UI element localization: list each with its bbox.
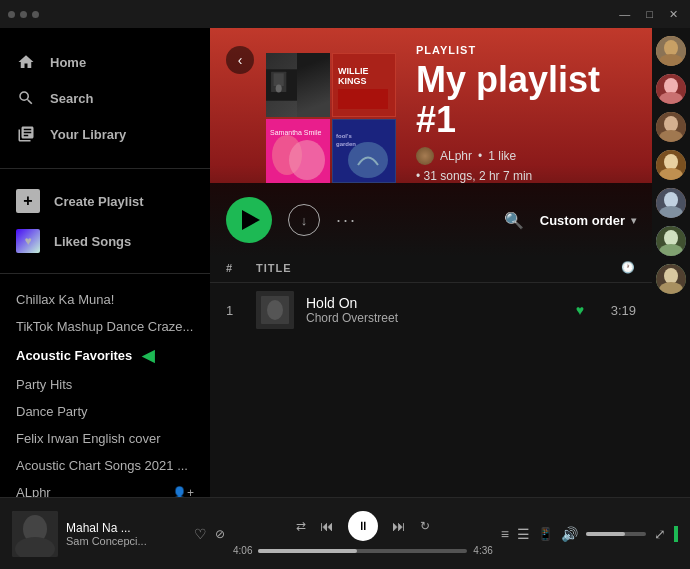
sidebar-playlist-tiktok[interactable]: TikTok Mashup Dance Craze... bbox=[0, 313, 210, 340]
next-button[interactable]: ⏭ bbox=[392, 518, 406, 534]
now-playing-artist: Sam Concepci... bbox=[66, 535, 186, 547]
sidebar-playlist-acoustic-chart[interactable]: Acoustic Chart Songs 2021 ... bbox=[0, 452, 210, 479]
time-elapsed: 4:06 bbox=[233, 545, 252, 556]
svg-point-21 bbox=[664, 40, 678, 56]
previous-button[interactable]: ⏮ bbox=[320, 518, 334, 534]
sidebar-divider-2 bbox=[0, 273, 210, 274]
sidebar-playlist-chillax[interactable]: Chillax Ka Muna! bbox=[0, 286, 210, 313]
now-playing-art-inner bbox=[12, 511, 58, 557]
svg-rect-2 bbox=[274, 74, 284, 87]
playlist-label-tiktok: TikTok Mashup Dance Craze... bbox=[16, 319, 193, 334]
user-avatar-6[interactable] bbox=[656, 226, 686, 256]
playlist-label-alphr: ALphr bbox=[16, 485, 51, 497]
table-row[interactable]: 1 Hold On Chord Overstreet ♥ 3:19 bbox=[210, 283, 652, 337]
playlist-title-line2: #1 bbox=[416, 99, 456, 140]
sidebar-item-label-home: Home bbox=[50, 55, 86, 70]
sidebar-playlist-acoustic[interactable]: Acoustic Favorites ◀ bbox=[0, 340, 210, 371]
art-cell-1 bbox=[266, 53, 330, 117]
sidebar-item-library[interactable]: Your Library bbox=[0, 116, 210, 152]
progress-bar-fill bbox=[258, 549, 356, 553]
svg-point-33 bbox=[664, 192, 678, 208]
custom-order-button[interactable]: Custom order ▾ bbox=[540, 213, 636, 228]
svg-text:fool's: fool's bbox=[336, 133, 352, 139]
create-playlist-label: Create Playlist bbox=[54, 194, 144, 209]
now-playing-right-controls: ≡ ☰ 📱 🔊 ⤢ bbox=[501, 526, 666, 542]
sidebar-divider bbox=[0, 168, 210, 169]
search-tracks-button[interactable]: 🔍 bbox=[504, 211, 524, 230]
track-list-header: # TITLE 🕐 bbox=[210, 257, 652, 283]
playlist-stats-text: 31 songs, 2 hr 7 min bbox=[424, 169, 533, 183]
back-button[interactable]: ‹ bbox=[226, 46, 254, 74]
playlist-label-dance: Dance Party bbox=[16, 404, 88, 419]
like-track-button[interactable]: ♡ bbox=[194, 526, 207, 542]
track-artist: Chord Overstreet bbox=[306, 311, 576, 325]
playlist-text-info: PLAYLIST My playlist #1 ALphr • 1 like bbox=[416, 44, 600, 183]
user-avatar-7[interactable] bbox=[656, 264, 686, 294]
sidebar-item-label-library: Your Library bbox=[50, 127, 126, 142]
progress-bar-area: 4:06 4:36 bbox=[233, 545, 493, 556]
queue-button[interactable]: ☰ bbox=[517, 526, 530, 542]
bullet: • bbox=[478, 149, 482, 163]
track-header-num: # bbox=[226, 262, 256, 274]
user-avatar-3[interactable] bbox=[656, 112, 686, 142]
sidebar-item-home[interactable]: Home bbox=[0, 44, 210, 80]
sidebar-actions: + Create Playlist ♥ Liked Songs bbox=[0, 177, 210, 265]
close-button[interactable]: ✕ bbox=[665, 6, 682, 23]
track-header-duration: 🕐 bbox=[596, 261, 636, 274]
progress-bar[interactable] bbox=[258, 549, 467, 553]
title-bar-dots bbox=[8, 11, 39, 18]
playlist-header-top: ‹ bbox=[210, 28, 652, 183]
play-pause-button[interactable]: ⏸ bbox=[348, 511, 378, 541]
sidebar-playlist-felix[interactable]: Felix Irwan English cover bbox=[0, 425, 210, 452]
time-total: 4:36 bbox=[473, 545, 492, 556]
track-number: 1 bbox=[226, 303, 256, 318]
device-button[interactable]: 📱 bbox=[538, 527, 553, 541]
user-avatar-2[interactable] bbox=[656, 74, 686, 104]
maximize-button[interactable]: □ bbox=[642, 6, 657, 22]
svg-point-30 bbox=[664, 154, 678, 170]
right-avatars-panel bbox=[652, 28, 690, 497]
playlist-type-label: PLAYLIST bbox=[416, 44, 600, 56]
user-avatar-5[interactable] bbox=[656, 188, 686, 218]
track-info: Hold On Chord Overstreet bbox=[306, 295, 576, 325]
art-cell-3: Samantha Smile bbox=[266, 119, 330, 183]
fullscreen-button[interactable]: ⤢ bbox=[654, 526, 666, 542]
play-big-button[interactable] bbox=[226, 197, 272, 243]
shuffle-button[interactable]: ⇄ bbox=[296, 519, 306, 533]
playlist-title-line1: My playlist bbox=[416, 59, 600, 100]
track-header-title: TITLE bbox=[256, 262, 596, 274]
create-playlist-button[interactable]: + Create Playlist bbox=[0, 181, 210, 221]
playlist-info-area: WILLIE KINGS Samantha Sm bbox=[266, 44, 636, 183]
sidebar-item-search[interactable]: Search bbox=[0, 80, 210, 116]
playlist-label-acoustic-chart: Acoustic Chart Songs 2021 ... bbox=[16, 458, 188, 473]
track-artwork bbox=[256, 291, 294, 329]
repeat-button[interactable]: ↻ bbox=[420, 519, 430, 533]
block-track-button[interactable]: ⊘ bbox=[215, 527, 225, 541]
art-cell-4: fool's garden bbox=[332, 119, 396, 183]
track-list[interactable]: 1 Hold On Chord Overstreet ♥ 3:19 bbox=[210, 283, 652, 497]
liked-songs-button[interactable]: ♥ Liked Songs bbox=[0, 221, 210, 261]
playlist-label-chillax: Chillax Ka Muna! bbox=[16, 292, 114, 307]
sidebar-playlist-alphr[interactable]: ALphr 👤+ bbox=[0, 479, 210, 497]
more-options-button[interactable]: ··· bbox=[336, 210, 357, 231]
lyrics-button[interactable]: ≡ bbox=[501, 526, 509, 542]
custom-order-label: Custom order bbox=[540, 213, 625, 228]
download-button[interactable]: ↓ bbox=[288, 204, 320, 236]
svg-text:WILLIE: WILLIE bbox=[338, 66, 369, 76]
track-like-icon[interactable]: ♥ bbox=[576, 302, 584, 318]
playlist-item-row-acoustic: Acoustic Favorites ◀ bbox=[16, 346, 194, 365]
svg-point-19 bbox=[267, 300, 283, 320]
user-avatar-1[interactable] bbox=[656, 36, 686, 66]
now-playing-center: ⇄ ⏮ ⏸ ⏭ ↻ 4:06 4:36 bbox=[233, 511, 493, 556]
green-accent-bar bbox=[674, 526, 678, 542]
app-body: Home Search Your Library bbox=[0, 28, 690, 497]
minimize-button[interactable]: — bbox=[615, 6, 634, 22]
sidebar-playlist-dance[interactable]: Dance Party bbox=[0, 398, 210, 425]
title-bar-controls: — □ ✕ bbox=[615, 6, 682, 23]
user-avatar-4[interactable] bbox=[656, 150, 686, 180]
volume-slider[interactable] bbox=[586, 532, 646, 536]
svg-point-39 bbox=[664, 268, 678, 284]
play-triangle-icon bbox=[242, 210, 260, 230]
playlist-art-grid: WILLIE KINGS Samantha Sm bbox=[266, 53, 396, 183]
sidebar-playlist-party[interactable]: Party Hits bbox=[0, 371, 210, 398]
